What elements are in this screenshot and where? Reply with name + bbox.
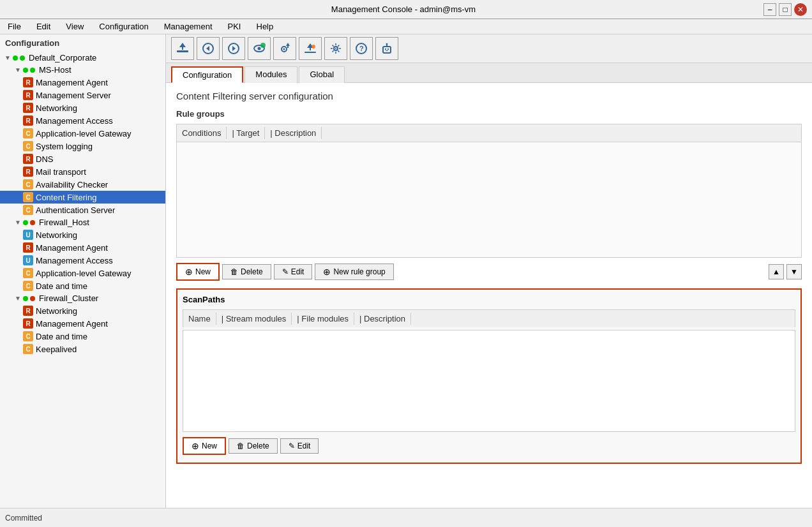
toolbar-sync-left-icon[interactable] — [197, 37, 220, 60]
menu-edit[interactable]: Edit — [31, 20, 56, 33]
sidebar-item-authentication-server[interactable]: C Authentication Server — [0, 204, 165, 216]
col-target: | Target — [227, 127, 265, 139]
edit-rule-button[interactable]: ✎ Edit — [274, 264, 313, 279]
new-rule-group-button[interactable]: ⊕ New rule group — [315, 264, 393, 280]
sidebar-item-management-access-1[interactable]: R Management Access — [0, 114, 165, 127]
svg-rect-20 — [385, 48, 386, 50]
sidebar-item-date-time-1[interactable]: C Date and time — [0, 279, 165, 292]
tabs: Configuration Modules Global — [166, 63, 812, 83]
sidebar-item-keepalived[interactable]: C Keepalived — [0, 343, 165, 355]
svg-point-7 — [258, 47, 261, 50]
sidebar-item-app-gateway-2[interactable]: C Application-level Gateway — [0, 267, 165, 279]
delete-icon-2: 🗑 — [237, 442, 244, 450]
tab-global[interactable]: Global — [299, 66, 345, 83]
toolbar-upload-icon[interactable] — [171, 37, 194, 60]
col-conditions: Conditions — [182, 127, 227, 139]
badge-c: C — [23, 205, 33, 215]
tree-item-firewall-host[interactable]: ▼ Firewall_Host — [0, 216, 165, 228]
delete-scanpath-button[interactable]: 🗑 Delete — [229, 438, 278, 454]
scanpaths-btn-bar: ⊕ New 🗑 Delete ✎ Edit — [183, 434, 795, 457]
tab-configuration[interactable]: Configuration — [171, 66, 243, 83]
menu-help[interactable]: Help — [252, 20, 279, 33]
sidebar-item-management-agent-3[interactable]: R Management Agent — [0, 317, 165, 330]
svg-rect-19 — [383, 47, 391, 53]
sidebar-item-dns[interactable]: R DNS — [0, 152, 165, 165]
content-area: ? Configuration Modules Global Content F… — [166, 34, 812, 508]
titlebar: Management Console - admin@ms-vm – □ ✕ — [0, 0, 812, 19]
toolbar-upload2-icon[interactable] — [299, 37, 322, 60]
badge-c: C — [23, 141, 33, 151]
sidebar-header: Configuration — [0, 34, 165, 52]
badge-u: U — [23, 255, 33, 265]
menu-file[interactable]: File — [3, 20, 26, 33]
expand-icon: ▼ — [13, 219, 23, 226]
sidebar-item-availability-checker[interactable]: C Availability Checker — [0, 178, 165, 191]
sidebar-item-networking-3[interactable]: R Networking — [0, 304, 165, 317]
sidebar-item-networking-2[interactable]: U Networking — [0, 228, 165, 241]
host-status-dots — [23, 296, 36, 301]
toolbar-eye-icon[interactable] — [248, 37, 271, 60]
badge-u: U — [23, 230, 33, 240]
sidebar-item-management-server[interactable]: R Management Server — [0, 89, 165, 101]
sidebar-item-date-time-2[interactable]: C Date and time — [0, 330, 165, 343]
tree-item-firewall-cluster[interactable]: ▼ Firewall_Cluster — [0, 292, 165, 304]
svg-text:?: ? — [359, 45, 364, 52]
badge-c: C — [23, 344, 33, 354]
new-rule-button[interactable]: ⊕ New — [176, 263, 220, 281]
menu-pki[interactable]: PKI — [223, 20, 246, 33]
titlebar-title: Management Console - admin@ms-vm — [43, 4, 763, 14]
toolbar-gear-upload-icon[interactable] — [273, 37, 296, 60]
page-content: Content Filtering server configuration R… — [166, 83, 812, 508]
sidebar-item-management-access-2[interactable]: U Management Access — [0, 254, 165, 267]
tab-modules[interactable]: Modules — [244, 66, 297, 83]
status-text: Committed — [5, 514, 42, 523]
tree-item-default-corporate[interactable]: ▼ Default_Corporate — [0, 52, 165, 64]
scroll-up-button[interactable]: ▲ — [769, 264, 784, 279]
menubar: File Edit View Configuration Management … — [0, 19, 812, 34]
badge-c: C — [23, 179, 33, 189]
menu-configuration[interactable]: Configuration — [94, 20, 153, 33]
sidebar-item-management-agent-1[interactable]: R Management Agent — [0, 76, 165, 89]
tree-item-ms-host[interactable]: ▼ MS-Host — [0, 64, 165, 76]
svg-marker-5 — [232, 46, 236, 51]
badge-r: R — [23, 167, 33, 177]
maximize-button[interactable]: □ — [779, 3, 792, 16]
sidebar-item-mail-transport[interactable]: R Mail transport — [0, 165, 165, 178]
badge-c: C — [23, 281, 33, 291]
titlebar-controls: – □ ✕ — [763, 3, 807, 16]
host-status-dots — [23, 220, 36, 225]
sidebar-item-networking-1[interactable]: R Networking — [0, 101, 165, 114]
badge-c: C — [23, 128, 33, 138]
plus-icon-2: ⊕ — [323, 267, 331, 277]
toolbar-settings-icon[interactable] — [324, 37, 347, 60]
col-desc: | Description — [354, 313, 411, 325]
close-button[interactable]: ✕ — [794, 3, 807, 16]
edit-scanpath-button[interactable]: ✎ Edit — [280, 438, 319, 454]
svg-point-24 — [386, 43, 388, 45]
svg-point-16 — [335, 48, 336, 49]
rule-groups-title: Rule groups — [176, 109, 802, 119]
delete-rule-button[interactable]: 🗑 Delete — [222, 264, 271, 279]
edit-icon-2: ✎ — [289, 442, 295, 450]
sidebar-item-management-agent-2[interactable]: R Management Agent — [0, 241, 165, 254]
scanpaths-section: ScanPaths Name | Stream modules | File m… — [176, 288, 802, 464]
menu-management[interactable]: Management — [159, 20, 218, 33]
toolbar-robot-icon[interactable] — [375, 37, 398, 60]
col-description: | Description — [265, 127, 322, 139]
sidebar-item-app-gateway-1[interactable]: C Application-level Gateway — [0, 127, 165, 140]
plus-icon-3: ⊕ — [192, 441, 199, 451]
badge-r: R — [23, 115, 33, 126]
scroll-down-button[interactable]: ▼ — [786, 264, 802, 279]
badge-r: R — [23, 242, 33, 253]
badge-c: C — [23, 192, 33, 202]
toolbar-question-icon[interactable]: ? — [350, 37, 373, 60]
sidebar-item-system-logging[interactable]: C System logging — [0, 140, 165, 152]
page-title: Content Filtering server configuration — [176, 91, 802, 101]
toolbar-sync-right-icon[interactable] — [222, 37, 245, 60]
minimize-button[interactable]: – — [763, 3, 776, 16]
host-status-dots — [13, 56, 26, 61]
scanpaths-title: ScanPaths — [183, 295, 795, 304]
sidebar-item-content-filtering[interactable]: C Content Filtering — [0, 191, 165, 204]
menu-view[interactable]: View — [61, 20, 89, 33]
new-scanpath-button[interactable]: ⊕ New — [183, 437, 226, 455]
